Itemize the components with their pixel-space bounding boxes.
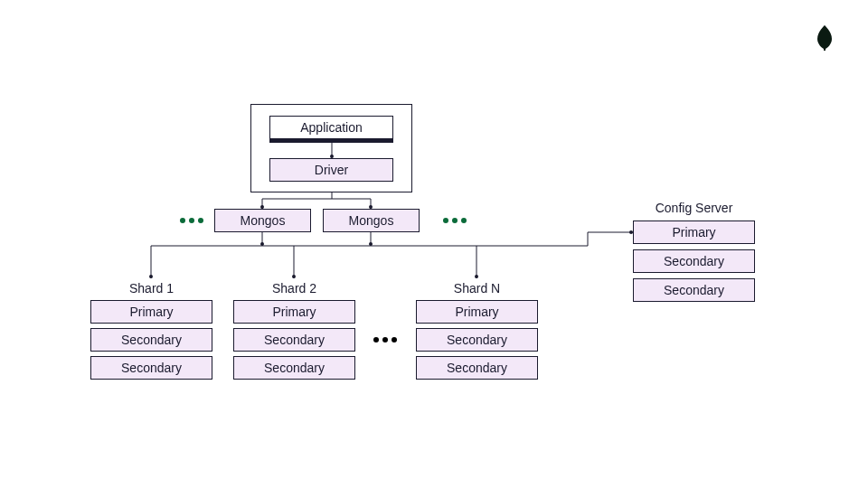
application-box: Application (269, 116, 393, 139)
svg-point-14 (149, 275, 153, 278)
shard-2-primary: Primary (233, 300, 355, 324)
shard-2-title: Shard 2 (233, 281, 355, 296)
shard-2-secondary-1: Secondary (233, 328, 355, 352)
shard-1-secondary-2: Secondary (90, 356, 212, 380)
driver-label: Driver (315, 164, 348, 176)
app-driver-divider (269, 139, 393, 143)
ellipsis-black-shards (373, 337, 397, 343)
shard-n-secondary-2: Secondary (416, 356, 538, 380)
mongodb-leaf-icon (816, 25, 834, 54)
shard-n-primary: Primary (416, 300, 538, 324)
ellipsis-green-left (180, 218, 203, 223)
connector-lines (0, 0, 868, 488)
shard-1-secondary-1: Secondary (90, 328, 212, 352)
config-secondary-1: Secondary (633, 249, 755, 273)
mongos-label-1: Mongos (241, 214, 286, 227)
mongos-box-2: Mongos (323, 209, 420, 232)
shard-1-title: Shard 1 (90, 281, 212, 296)
shard-1-primary: Primary (90, 300, 212, 324)
svg-point-16 (292, 275, 296, 278)
config-secondary-2: Secondary (633, 278, 755, 302)
shard-n-secondary-1: Secondary (416, 328, 538, 352)
svg-point-18 (475, 275, 478, 278)
driver-box: Driver (269, 158, 393, 182)
application-label: Application (300, 121, 363, 134)
svg-point-9 (260, 242, 264, 246)
shard-n-title: Shard N (416, 281, 538, 296)
mongos-box-1: Mongos (214, 209, 311, 232)
mongos-label-2: Mongos (349, 214, 394, 227)
config-server-title: Config Server (633, 201, 755, 215)
config-primary: Primary (633, 221, 755, 244)
shard-2-secondary-2: Secondary (233, 356, 355, 380)
ellipsis-green-right (443, 218, 467, 223)
svg-point-11 (369, 242, 373, 246)
